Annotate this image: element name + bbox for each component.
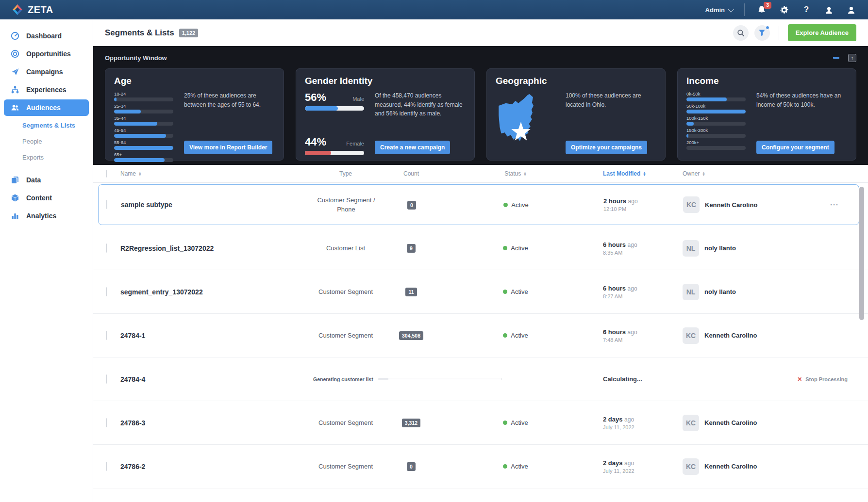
status-label: Active	[511, 419, 528, 426]
owner-avatar: NL	[683, 240, 699, 257]
modified-relative: 2 hours	[603, 197, 626, 205]
column-header-status[interactable]: Status▲▼	[438, 170, 593, 177]
segment-name[interactable]: sample subtype	[117, 201, 307, 209]
table-row[interactable]: 24784-1 Customer Segment 304,508 Active …	[93, 314, 868, 357]
segment-name[interactable]: segment_entry_13072022	[117, 288, 307, 296]
row-checkbox[interactable]	[106, 331, 107, 340]
notifications-button[interactable]: 3	[756, 4, 767, 15]
sidebar-subitem-people[interactable]: People	[0, 133, 93, 149]
bar-chart-icon	[11, 211, 19, 220]
owner-avatar: KC	[683, 327, 699, 344]
chevron-down-icon	[728, 6, 734, 12]
question-mark-icon: ?	[804, 5, 809, 15]
row-checkbox[interactable]	[106, 462, 107, 471]
admin-label: Admin	[705, 6, 725, 14]
user-icon	[847, 5, 856, 15]
page-header: Segments & Lists 1,122 Explore Audience	[93, 19, 868, 46]
table-row[interactable]: 24786-2 Customer Segment 0 Active 2 days…	[93, 445, 868, 488]
row-checkbox[interactable]	[106, 243, 107, 253]
sort-icon[interactable]: ▲▼	[643, 171, 646, 176]
table-row-processing[interactable]: 24784-4 Generating customer list Calcula…	[93, 357, 868, 401]
settings-button[interactable]	[779, 4, 789, 15]
speedometer-icon	[11, 32, 19, 40]
admin-dropdown[interactable]: Admin	[705, 6, 733, 14]
count-badge: 11	[405, 288, 417, 296]
segments-table: sample subtype Customer Segment / Phone …	[93, 184, 868, 488]
age-bar-chart: 18-24 25-34 35-44 45-54 55-64 65+	[114, 91, 173, 155]
column-header-name[interactable]: Name▲▼	[117, 170, 307, 177]
age-card-description: 25% of these audiences are between the a…	[184, 91, 275, 109]
sidebar-item-campaigns[interactable]: Campaigns	[4, 64, 89, 80]
view-report-builder-button[interactable]: View more in Report Builder	[184, 141, 272, 154]
row-checkbox[interactable]	[106, 200, 107, 209]
sidebar-item-opportunities[interactable]: Opportunities	[4, 46, 89, 62]
income-bar-chart: 0k-50k 50k-100k 100k-150k 150k-200k 200k…	[686, 91, 746, 155]
segment-name[interactable]: 24784-1	[117, 332, 307, 340]
paper-plane-icon	[11, 67, 19, 76]
row-more-menu[interactable]: ⋯	[830, 199, 859, 210]
table-row[interactable]: R2Regression_list_13072022 Customer List…	[93, 227, 868, 270]
sidebar-item-dashboard[interactable]: Dashboard	[4, 28, 89, 44]
explore-audience-button[interactable]: Explore Audience	[788, 24, 856, 41]
sort-icon[interactable]: ▲▼	[702, 171, 705, 176]
sidebar-item-content[interactable]: Content	[4, 190, 89, 206]
filter-button[interactable]	[754, 25, 770, 41]
row-checkbox[interactable]	[106, 374, 107, 384]
sidebar-item-data[interactable]: Data	[4, 172, 89, 188]
row-checkbox[interactable]	[106, 418, 107, 427]
ohio-state-icon	[496, 88, 546, 147]
income-bar-label: 0k-50k	[686, 91, 746, 97]
segment-name[interactable]: 24784-4	[117, 375, 307, 383]
geo-card-title: Geographic	[496, 76, 656, 86]
sidebar-item-audiences[interactable]: Audiences	[4, 99, 89, 116]
segment-name[interactable]: 24786-3	[117, 419, 307, 427]
optimize-campaigns-button[interactable]: Optimize your campaigns	[566, 141, 647, 154]
popout-icon[interactable]: ↑	[848, 54, 856, 62]
segment-type: Customer Segment	[307, 331, 384, 340]
age-bar-label: 65+	[114, 152, 173, 157]
sidebar-item-label: Content	[26, 194, 52, 202]
opportunity-window: Opportunity Window ↑ Age 18-24 25-34 35-…	[93, 46, 868, 165]
male-label: Male	[352, 96, 364, 102]
sort-icon[interactable]: ▲▼	[138, 171, 141, 176]
support-agent-button[interactable]	[823, 4, 834, 15]
age-bar-label: 45-54	[114, 128, 173, 133]
gender-bar-chart: 56%Male 44%Female	[305, 91, 364, 155]
column-header-count[interactable]: Count	[384, 170, 438, 177]
sidebar-item-experiences[interactable]: Experiences	[4, 81, 89, 98]
column-header-owner[interactable]: Owner▲▼	[676, 170, 868, 177]
search-icon	[737, 29, 745, 37]
stop-processing-button[interactable]: ✕ Stop Processing	[797, 376, 868, 383]
column-header-last-modified[interactable]: Last Modified▲▼	[593, 170, 676, 177]
count-badge: 0	[407, 201, 416, 210]
segment-name[interactable]: R2Regression_list_13072022	[117, 244, 307, 252]
owner-name: noly llanto	[704, 288, 736, 295]
target-icon	[11, 49, 19, 58]
configure-segment-button[interactable]: Configure your segment	[756, 141, 835, 154]
minimize-icon[interactable]	[833, 57, 839, 59]
search-button[interactable]	[733, 25, 749, 41]
segment-name[interactable]: 24786-2	[117, 463, 307, 470]
page-title: Segments & Lists	[105, 28, 174, 38]
user-profile-button[interactable]	[846, 4, 856, 15]
sidebar-subitem-segments-lists[interactable]: Segments & Lists	[0, 117, 93, 133]
male-bar-fill	[305, 106, 338, 111]
zeta-brand[interactable]: ZETA	[12, 4, 53, 16]
column-header-type[interactable]: Type	[307, 170, 384, 177]
table-row[interactable]: segment_entry_13072022 Customer Segment …	[93, 270, 868, 314]
scrollbar-thumb[interactable]	[859, 187, 864, 320]
select-all-checkbox[interactable]	[106, 170, 107, 178]
status-label: Active	[511, 332, 528, 339]
age-bar-fill	[114, 146, 173, 150]
sidebar-subitem-exports[interactable]: Exports	[0, 149, 93, 165]
help-button[interactable]: ?	[801, 4, 812, 15]
geographic-card: Geographic 100% of these audiences are l…	[486, 68, 666, 161]
table-row[interactable]: sample subtype Customer Segment / Phone …	[98, 184, 859, 225]
sidebar-item-analytics[interactable]: Analytics	[4, 208, 89, 224]
sort-icon[interactable]: ▲▼	[523, 171, 526, 176]
status-label: Active	[511, 201, 528, 209]
create-campaign-button[interactable]: Create a new campaign	[375, 141, 450, 154]
segment-type: Customer List	[307, 243, 384, 253]
row-checkbox[interactable]	[106, 287, 107, 296]
table-row[interactable]: 24786-3 Customer Segment 3,312 Active 2 …	[93, 401, 868, 445]
